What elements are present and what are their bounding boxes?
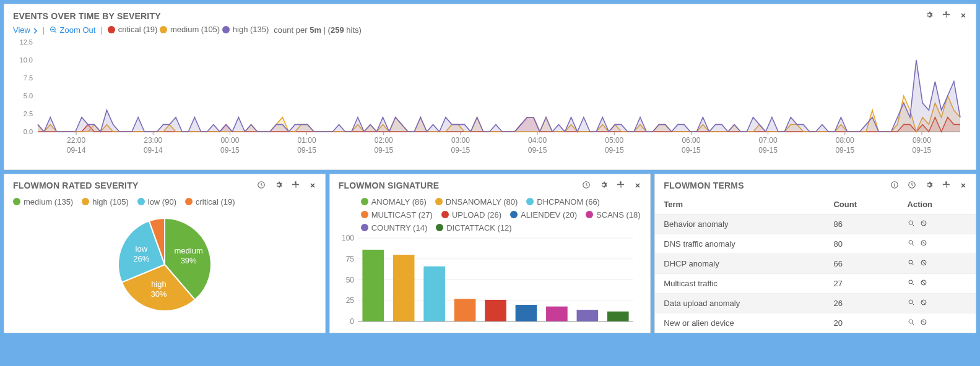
bar[interactable]: [454, 299, 475, 321]
severity-pie-panel: FLOWMON RATED SEVERITY medium (135)high …: [4, 174, 326, 333]
legend-item[interactable]: UPLOAD (26): [441, 210, 501, 219]
close-icon[interactable]: [309, 181, 316, 191]
svg-text:09-15: 09-15: [451, 146, 470, 155]
move-icon[interactable]: [292, 181, 300, 191]
clock-icon[interactable]: [582, 181, 591, 191]
legend-item[interactable]: high (105): [82, 197, 129, 206]
ban-icon[interactable]: [920, 219, 927, 229]
svg-text:09-15: 09-15: [682, 146, 701, 155]
panel-title: FLOWMON RATED SEVERITY: [13, 181, 138, 190]
bar[interactable]: [393, 255, 415, 321]
legend-item[interactable]: MULTICAST (27): [361, 210, 433, 219]
view-dropdown[interactable]: View: [13, 25, 38, 35]
bar[interactable]: [362, 249, 384, 321]
clock-icon[interactable]: [257, 181, 266, 191]
legend-dot-icon: [13, 198, 20, 205]
legend-item[interactable]: SCANS (18): [586, 210, 641, 219]
zoom-out-button[interactable]: Zoom Out: [50, 25, 95, 35]
search-icon[interactable]: [908, 279, 915, 288]
ban-icon[interactable]: [920, 299, 927, 308]
col-action: Action: [899, 195, 976, 215]
chart-toolbar: View | Zoom Out | critical (19) medium (…: [4, 25, 976, 39]
move-icon[interactable]: [617, 181, 625, 191]
legend-dot-icon: [526, 198, 534, 205]
legend-dot-icon: [361, 198, 368, 205]
action-cell: [899, 273, 976, 293]
svg-text:low: low: [135, 244, 147, 253]
legend-dot-icon: [436, 224, 443, 231]
svg-text:10.0: 10.0: [20, 56, 33, 64]
legend-dot-icon: [160, 26, 167, 33]
svg-text:23:00: 23:00: [144, 136, 162, 145]
search-icon[interactable]: [908, 318, 915, 328]
bar[interactable]: [423, 266, 445, 321]
ban-icon[interactable]: [920, 318, 927, 328]
legend-dot-icon: [108, 26, 115, 33]
clock-icon[interactable]: [908, 181, 916, 191]
bar[interactable]: [485, 299, 506, 321]
move-icon[interactable]: [942, 181, 951, 191]
search-icon[interactable]: [908, 299, 915, 308]
svg-text:08:00: 08:00: [836, 136, 854, 145]
search-icon[interactable]: [908, 259, 915, 268]
table-row: DHCP anomaly66: [655, 253, 976, 273]
close-icon[interactable]: [634, 181, 641, 191]
signature-bar-chart[interactable]: 0255075100: [330, 235, 640, 328]
bar[interactable]: [546, 306, 568, 321]
legend-dot-icon: [82, 198, 89, 205]
search-icon[interactable]: [908, 239, 915, 249]
svg-text:12.5: 12.5: [20, 39, 33, 46]
svg-point-75: [909, 320, 913, 323]
bar[interactable]: [607, 311, 629, 321]
legend-item[interactable]: medium (135): [13, 197, 73, 206]
term-cell: Data upload anomaly: [655, 293, 825, 313]
term-cell: DNS traffic anomaly: [655, 234, 825, 253]
legend-item[interactable]: COUNTRY (14): [361, 223, 428, 232]
bar[interactable]: [515, 305, 537, 321]
svg-point-69: [909, 260, 913, 264]
legend-item[interactable]: DHCPANOM (66): [526, 197, 600, 206]
search-icon[interactable]: [908, 219, 915, 229]
legend-dot-icon: [361, 224, 368, 231]
legend-item[interactable]: low (90): [137, 197, 176, 206]
legend-item[interactable]: high (135): [222, 25, 269, 34]
severity-pie-chart[interactable]: medium39%high30%low26%: [72, 209, 258, 320]
svg-text:09-15: 09-15: [297, 146, 316, 155]
gear-icon[interactable]: [925, 11, 934, 21]
bar-legend: ANOMALY (86)DNSANOMALY (80)DHCPANOM (66)…: [330, 195, 651, 235]
close-icon[interactable]: [960, 11, 967, 21]
legend-item[interactable]: ALIENDEV (20): [510, 210, 577, 219]
svg-text:09-15: 09-15: [220, 146, 240, 155]
svg-text:2.5: 2.5: [24, 110, 33, 117]
events-line-chart[interactable]: 0.02.55.07.510.012.522:0009-1423:0009-14…: [13, 39, 966, 163]
panel-title: FLOWMON TERMS: [664, 181, 744, 190]
close-icon[interactable]: [960, 181, 967, 191]
gear-icon[interactable]: [925, 181, 934, 191]
table-row: New or alien device20: [655, 313, 976, 333]
svg-text:09-15: 09-15: [913, 146, 932, 155]
gear-icon[interactable]: [274, 181, 283, 191]
info-icon[interactable]: [890, 181, 899, 191]
legend-item[interactable]: medium (105): [160, 25, 220, 34]
terms-panel: FLOWMON TERMS Term Count Action Behavior…: [654, 174, 976, 333]
gear-icon[interactable]: [599, 181, 608, 191]
svg-text:09-15: 09-15: [758, 146, 778, 155]
legend-item[interactable]: DICTATTACK (12): [436, 223, 511, 232]
col-term: Term: [655, 195, 825, 215]
terms-table: Term Count Action Behavior anomaly86DNS …: [655, 195, 976, 333]
svg-point-67: [909, 240, 913, 244]
legend-item[interactable]: ANOMALY (86): [361, 197, 427, 206]
col-count: Count: [825, 195, 898, 215]
svg-text:30%: 30%: [150, 289, 167, 299]
ban-icon[interactable]: [920, 259, 927, 268]
legend-item[interactable]: critical (19): [108, 25, 158, 34]
legend-item[interactable]: DNSANOMALY (80): [435, 197, 518, 206]
svg-text:26%: 26%: [133, 254, 149, 263]
bar[interactable]: [576, 310, 598, 321]
legend-item[interactable]: critical (19): [185, 197, 235, 206]
move-icon[interactable]: [942, 11, 951, 21]
legend-dot-icon: [441, 211, 449, 218]
ban-icon[interactable]: [920, 279, 927, 288]
svg-text:02:00: 02:00: [375, 136, 393, 145]
ban-icon[interactable]: [920, 239, 927, 249]
